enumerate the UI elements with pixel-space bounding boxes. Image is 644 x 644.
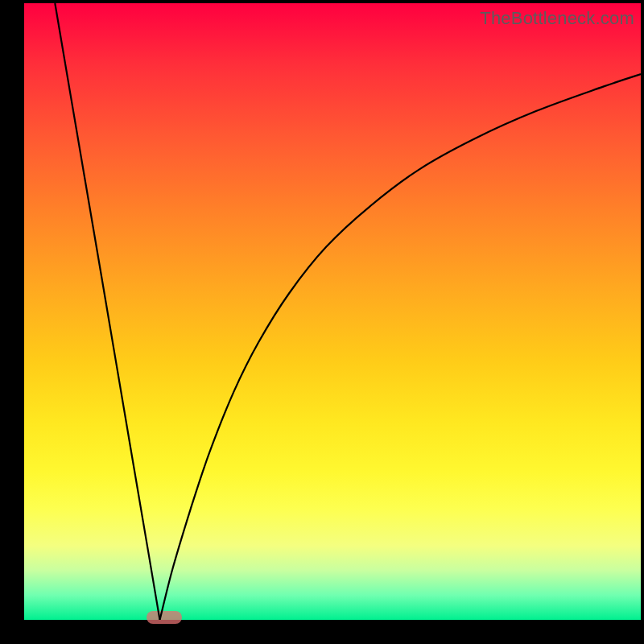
chart-frame: TheBottleneck.com [0, 0, 644, 644]
curve-right-branch [160, 74, 642, 620]
curve-svg [24, 3, 641, 620]
curve-left-branch [55, 3, 159, 620]
plot-area: TheBottleneck.com [24, 3, 641, 620]
